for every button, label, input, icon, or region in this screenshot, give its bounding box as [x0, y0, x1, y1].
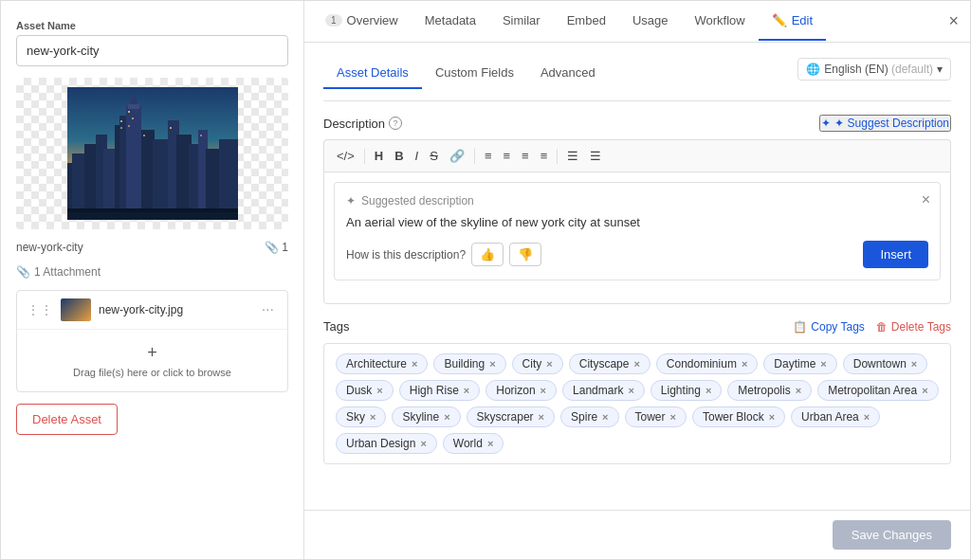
svg-rect-12: [153, 139, 170, 220]
content-area: Asset Details Custom Fields Advanced 🌐 E…: [304, 43, 970, 510]
tag-remove-button[interactable]: ×: [705, 385, 711, 396]
asset-name-label: Asset Name: [16, 20, 288, 31]
attachment-menu-button[interactable]: ···: [258, 301, 278, 318]
tag-remove-button[interactable]: ×: [602, 411, 608, 423]
copy-tags-button[interactable]: 📋 Copy Tags: [793, 320, 864, 334]
tag-remove-button[interactable]: ×: [628, 385, 633, 396]
toolbar-code-button[interactable]: </>: [332, 146, 359, 166]
top-nav: 1 Overview Metadata Similar Embed Usage …: [304, 1, 970, 43]
tag-remove-button[interactable]: ×: [633, 358, 639, 370]
suggestion-close-button[interactable]: ×: [922, 192, 930, 208]
toolbar-italic-button[interactable]: I: [411, 146, 424, 166]
tag-label: Skyline: [402, 410, 439, 424]
tag-remove-button[interactable]: ×: [539, 411, 544, 423]
thumbs-up-button[interactable]: 👍: [471, 243, 504, 266]
language-label: English (EN) (default): [824, 63, 933, 76]
drop-zone[interactable]: + Drag file(s) here or click to browse: [17, 330, 287, 391]
tag-remove-button[interactable]: ×: [489, 358, 495, 370]
asset-attachment-icon: 📎 1: [265, 241, 288, 254]
tag-remove-button[interactable]: ×: [546, 358, 552, 370]
tags-actions: 📋 Copy Tags 🗑 Delete Tags: [793, 320, 951, 334]
delete-tags-button[interactable]: 🗑 Delete Tags: [876, 320, 951, 334]
tag-remove-button[interactable]: ×: [464, 385, 469, 396]
toolbar-align-center-button[interactable]: ≡: [498, 146, 515, 166]
asset-name-input[interactable]: [16, 35, 288, 66]
attachment-count: 📎 1 Attachment: [16, 265, 288, 279]
insert-button[interactable]: Insert: [863, 241, 928, 268]
asset-display-name: new-york-city: [16, 241, 83, 254]
tab-embed[interactable]: Embed: [554, 2, 619, 41]
tab-metadata[interactable]: Metadata: [412, 2, 489, 41]
tag-item: Tower Block×: [692, 406, 785, 427]
tab-similar[interactable]: Similar: [489, 2, 554, 41]
toolbar-strikethrough-button[interactable]: S: [425, 146, 443, 166]
tag-item: Cityscape×: [569, 353, 650, 374]
tag-remove-button[interactable]: ×: [769, 411, 775, 423]
toolbar-align-left-button[interactable]: ≡: [480, 146, 497, 166]
tag-remove-button[interactable]: ×: [922, 385, 927, 396]
suggest-description-button[interactable]: ✦ ✦ Suggest Description: [819, 115, 951, 132]
nav-tabs: 1 Overview Metadata Similar Embed Usage …: [312, 2, 937, 41]
tag-remove-button[interactable]: ×: [370, 411, 376, 423]
toolbar-bold-button[interactable]: B: [390, 146, 408, 166]
toolbar-ordered-list-button[interactable]: ☰: [585, 146, 606, 166]
tab-overview[interactable]: 1 Overview: [312, 2, 412, 41]
tag-remove-button[interactable]: ×: [742, 358, 747, 370]
tag-remove-button[interactable]: ×: [796, 385, 801, 396]
tag-remove-button[interactable]: ×: [487, 438, 493, 449]
tag-remove-button[interactable]: ×: [420, 438, 426, 449]
toolbar-link-button[interactable]: 🔗: [445, 146, 469, 166]
drag-handle-icon[interactable]: ⋮⋮: [27, 302, 53, 317]
suggestion-box: ✦ Suggested description × An aerial view…: [334, 182, 941, 280]
tag-label: Dusk: [346, 384, 372, 397]
tag-remove-button[interactable]: ×: [412, 358, 417, 370]
tag-remove-button[interactable]: ×: [540, 385, 546, 396]
tag-remove-button[interactable]: ×: [864, 411, 870, 423]
thumbs-down-button[interactable]: 👎: [509, 243, 541, 266]
tag-label: Tower: [635, 410, 666, 424]
tag-item: Skyscraper×: [467, 406, 555, 427]
tag-item: Lighting×: [650, 380, 722, 401]
editor-body[interactable]: ✦ Suggested description × An aerial view…: [323, 172, 951, 304]
feedback-row: How is this description? 👍 👎: [346, 243, 541, 266]
delete-asset-button[interactable]: Delete Asset: [16, 404, 118, 435]
sub-tab-custom-fields[interactable]: Custom Fields: [422, 58, 527, 89]
tab-workflow[interactable]: Workflow: [681, 2, 758, 41]
tag-remove-button[interactable]: ×: [670, 411, 676, 423]
tag-remove-button[interactable]: ×: [820, 358, 826, 370]
left-panel: Asset Name: [1, 1, 304, 559]
toolbar-align-right-button[interactable]: ≡: [517, 146, 534, 166]
toolbar-justify-button[interactable]: ≡: [536, 146, 553, 166]
feedback-label: How is this description?: [346, 248, 466, 262]
attachment-icon: 📎: [16, 265, 30, 279]
description-label: Description ?: [323, 117, 402, 131]
toolbar-h1-button[interactable]: H: [370, 146, 388, 166]
attachment-thumbnail: [61, 298, 91, 321]
tags-container: Architecture×Building×City×Cityscape×Con…: [323, 343, 951, 464]
svg-rect-11: [141, 130, 155, 220]
tag-label: Tower Block: [703, 410, 764, 424]
drop-zone-label: Drag file(s) here or click to browse: [73, 367, 231, 378]
svg-rect-10: [128, 104, 139, 109]
tag-remove-button[interactable]: ×: [376, 385, 382, 396]
tag-label: Architecture: [346, 357, 407, 370]
editor-toolbar: </> H B I S 🔗 ≡ ≡ ≡ ≡ ☰ ☰: [323, 139, 951, 172]
tag-remove-button[interactable]: ×: [444, 411, 449, 423]
sub-tab-asset-details[interactable]: Asset Details: [323, 58, 422, 89]
svg-rect-22: [132, 117, 134, 119]
tag-label: Condominium: [667, 357, 737, 370]
sub-tab-advanced[interactable]: Advanced: [527, 58, 609, 89]
tags-label: Tags: [323, 319, 349, 334]
help-icon[interactable]: ?: [389, 117, 402, 130]
tag-item: Condominium×: [656, 353, 758, 374]
tag-remove-button[interactable]: ×: [911, 358, 917, 370]
toolbar-bullet-list-button[interactable]: ☰: [562, 146, 583, 166]
language-selector[interactable]: 🌐 English (EN) (default) ▾: [797, 58, 951, 81]
tab-usage[interactable]: Usage: [619, 2, 682, 41]
tags-header: Tags 📋 Copy Tags 🗑 Delete Tags: [323, 319, 951, 334]
svg-rect-23: [128, 125, 130, 127]
close-button[interactable]: ×: [937, 4, 970, 39]
save-changes-button[interactable]: Save Changes: [833, 520, 951, 550]
tab-edit[interactable]: ✏️ Edit: [759, 2, 826, 41]
tag-item: Metropolitan Area×: [817, 380, 939, 401]
